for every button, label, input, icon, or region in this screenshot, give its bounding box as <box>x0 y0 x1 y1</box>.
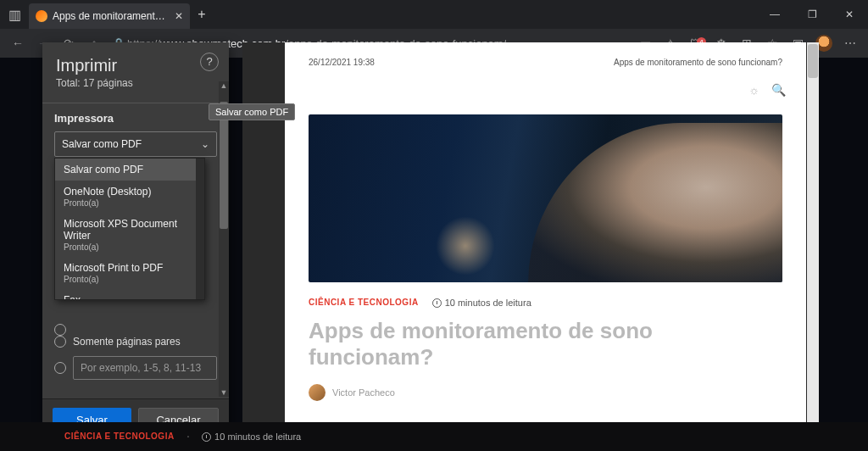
printer-section-label: Impressora <box>54 112 217 125</box>
window-close-button[interactable]: ✕ <box>831 8 868 20</box>
tab-actions-icon[interactable]: ▥ <box>0 7 29 23</box>
print-page-count: Total: 17 páginas <box>56 77 215 89</box>
article-read-time: 10 minutos de leitura <box>432 298 531 308</box>
printer-option-xps[interactable]: Microsoft XPS Document WriterPronto(a) <box>55 213 204 257</box>
preview-datetime: 26/12/2021 19:38 <box>309 58 375 67</box>
search-icon: 🔍 <box>771 83 786 97</box>
scroll-up-icon[interactable]: ▲ <box>219 81 229 90</box>
preview-scroll-thumb[interactable] <box>808 44 818 78</box>
browser-tab[interactable]: Apps de monitoramento de sono ✕ <box>29 3 190 29</box>
site-bottom-bar: CIÊNCIA E TECNOLOGIA · 10 minutos de lei… <box>0 422 868 451</box>
printer-dropdown: Salvar como PDF OneNote (Desktop)Pronto(… <box>54 158 205 300</box>
theme-toggle-icon: ☼ <box>748 83 760 97</box>
tab-close-icon[interactable]: ✕ <box>175 10 183 22</box>
preview-page[interactable]: 26/12/2021 19:38 Apps de monitoramento d… <box>285 42 806 437</box>
menu-icon[interactable]: ⋯ <box>837 36 863 50</box>
printer-option-onenote[interactable]: OneNote (Desktop)Pronto(a) <box>55 181 204 213</box>
printer-option-pdf[interactable]: Salvar como PDF <box>55 159 204 181</box>
printer-tooltip: Salvar como PDF <box>209 103 295 120</box>
printer-select[interactable]: Salvar como PDF ⌄ <box>54 131 217 157</box>
new-tab-button[interactable]: + <box>190 7 214 22</box>
chevron-down-icon: ⌄ <box>201 138 209 150</box>
article-title: Apps de monitoramento de sono funcionam? <box>309 318 782 370</box>
clock-icon <box>202 432 211 442</box>
even-pages-radio-row[interactable]: Somente páginas pares <box>54 336 217 348</box>
preview-header-title: Apps de monitoramento de sono funcionam? <box>614 58 782 67</box>
author-avatar <box>309 384 326 401</box>
print-help-button[interactable]: ? <box>200 53 219 71</box>
print-dialog: Imprimir Total: 17 páginas ? ▲ ▼ Impress… <box>42 42 229 441</box>
page-range-input[interactable]: Por exemplo, 1-5, 8, 11-13 <box>73 356 217 380</box>
printer-option-fax[interactable]: Fax <box>55 289 204 300</box>
back-button[interactable]: ← <box>5 36 31 50</box>
bottom-category: CIÊNCIA E TECNOLOGIA <box>64 432 175 441</box>
article-author: Victor Pacheco <box>309 384 782 401</box>
window-titlebar: ▥ Apps de monitoramento de sono ✕ + ― ❐ … <box>0 0 868 29</box>
bottom-read-time: 10 minutos de leitura <box>202 432 301 442</box>
window-restore-button[interactable]: ❐ <box>793 8 831 20</box>
clock-icon <box>432 298 442 308</box>
tab-title: Apps de monitoramento de sono <box>53 10 170 22</box>
tab-favicon <box>36 10 47 22</box>
article-category: CIÊNCIA E TECNOLOGIA <box>309 298 419 307</box>
even-pages-label: Somente páginas pares <box>73 336 181 348</box>
page-range-placeholder: Por exemplo, 1-5, 8, 11-13 <box>81 362 201 374</box>
print-title: Imprimir <box>56 56 215 75</box>
window-minimize-button[interactable]: ― <box>756 8 793 20</box>
print-preview: 26/12/2021 19:38 Apps de monitoramento d… <box>242 42 819 437</box>
odd-pages-radio-row[interactable] <box>54 324 217 336</box>
page-content: Imprimir Total: 17 páginas ? ▲ ▼ Impress… <box>0 58 868 451</box>
radio-icon[interactable] <box>54 362 66 374</box>
article-hero-image <box>309 114 782 282</box>
preview-scrollbar[interactable] <box>807 42 819 437</box>
author-name: Victor Pacheco <box>332 387 395 398</box>
printer-option-ms-pdf[interactable]: Microsoft Print to PDFPronto(a) <box>55 257 204 289</box>
radio-icon <box>54 336 66 348</box>
printer-select-value: Salvar como PDF <box>62 138 142 150</box>
